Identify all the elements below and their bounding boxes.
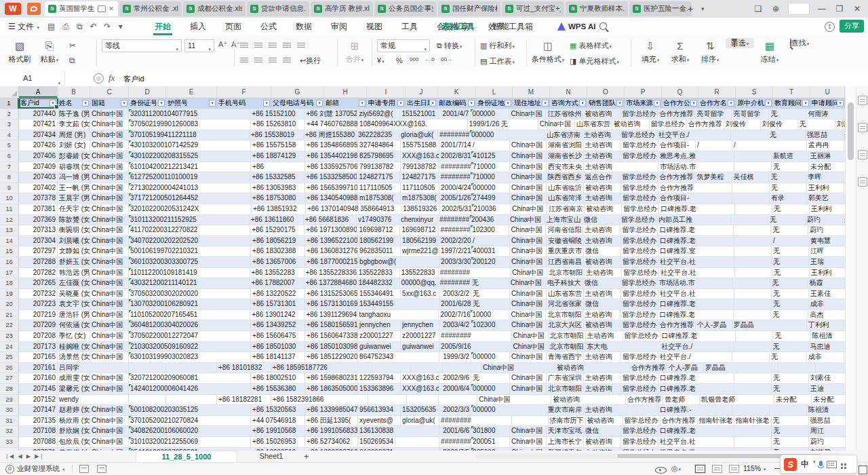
cell-G22[interactable]: +86 1580156591	[305, 320, 358, 330]
cell-style-button[interactable]: ◨ 单元格样式▾	[570, 56, 619, 66]
cell-G10[interactable]: +86 1340540988	[305, 193, 358, 204]
cell-B26[interactable]: 吕同学	[58, 363, 90, 373]
export-icon[interactable]: ⧉	[77, 22, 83, 31]
cell-N9[interactable]: 被动咨询	[584, 183, 621, 193]
cell-H16[interactable]: bgbgbow@(	[358, 257, 401, 267]
cell-L30[interactable]	[510, 405, 547, 415]
cell-L32[interactable]: China中国	[510, 426, 547, 436]
document-tab[interactable]: S贷款申请信息.xlsx	[247, 1, 309, 16]
cell-D18[interactable]: 430321200211140121	[129, 278, 199, 288]
cell-G23[interactable]: +86 1560647338	[305, 331, 358, 341]
font-name-combo[interactable]: 等线▾	[102, 39, 182, 52]
cell-B7[interactable]: 胡睿琪 (女	[58, 162, 90, 172]
row-header-18[interactable]: 18	[0, 278, 19, 288]
cell-A20[interactable]: 207223	[19, 299, 58, 309]
cell-F5[interactable]: +86 15575158	[251, 140, 305, 151]
cell-T25[interactable]: 成非	[807, 352, 844, 362]
cell-D30[interactable]: 500108200203035125	[129, 405, 200, 415]
document-tab[interactable]: S国任财产保险样本.x	[438, 1, 500, 16]
cell-B15[interactable]: 文静如 (女	[58, 246, 90, 256]
cell-B29[interactable]: wendy	[58, 395, 90, 405]
cell-D15[interactable]: 500106199702210321	[129, 246, 200, 256]
cell-E33[interactable]	[200, 437, 251, 447]
cell-L4[interactable]	[509, 130, 545, 140]
cell-R31[interactable]: 指南针张老	[734, 416, 772, 426]
cell-O20[interactable]: 留学总经办	[621, 299, 658, 309]
cell-B8[interactable]: 冯一博 (男	[58, 172, 90, 183]
cell-G3[interactable]: +44 7460762888	[305, 119, 358, 130]
cell-N2[interactable]: 被动咨询	[583, 109, 620, 119]
cell-I3[interactable]	[429, 119, 468, 130]
cell-M16[interactable]: 江西省南昌	[547, 257, 584, 267]
find-button[interactable]: 查找▾	[785, 38, 814, 48]
cell-E3[interactable]	[200, 119, 251, 130]
cell-S33[interactable]: 无	[772, 437, 809, 447]
cell-D9[interactable]: 271302200004241013	[129, 183, 200, 193]
cell-C31[interactable]: China中国	[90, 416, 129, 426]
cell-C15[interactable]: China中国	[90, 246, 129, 256]
cell-H24[interactable]: guiwanwei	[358, 342, 401, 352]
header-cell-G1[interactable]: 父母电话号码▾	[271, 98, 324, 109]
cell-Q13[interactable]	[697, 225, 734, 235]
cell-E28[interactable]	[200, 384, 251, 394]
cell-D20[interactable]: 130703200106280921	[129, 299, 200, 309]
cell-L31[interactable]	[512, 416, 549, 426]
filter-button[interactable]: ▾	[468, 100, 475, 107]
cell-T31[interactable]: 强思喆	[809, 416, 845, 426]
cell-D24[interactable]: 210303200509160922	[129, 342, 200, 352]
cell-R26[interactable]: 罗晶晶	[704, 363, 741, 373]
cell-L19[interactable]: China中国	[510, 289, 547, 299]
cell-R22[interactable]: 罗晶晶	[732, 320, 770, 330]
cell-G21[interactable]: +86 1391129694	[304, 310, 357, 320]
cell-I21[interactable]	[400, 310, 439, 320]
table-style-button[interactable]: ▦ 表格样式▾	[570, 41, 612, 51]
workspace-icon[interactable]	[79, 465, 89, 473]
column-header-Q[interactable]: Q	[662, 86, 698, 98]
fill-button[interactable]: ⇩ 填充▾	[636, 38, 665, 64]
menu-tab-插入[interactable]: 插入	[180, 18, 216, 35]
cell-F25[interactable]: +86 18141137	[251, 352, 305, 362]
row-header-31[interactable]: 31	[0, 416, 19, 426]
cell-A24[interactable]: 207173	[19, 342, 58, 352]
cell-E9[interactable]	[200, 183, 251, 193]
cell-T4[interactable]: 强思喆	[806, 130, 843, 140]
cell-H22[interactable]: jennychen	[358, 320, 401, 330]
cell-A14[interactable]: 207304	[19, 236, 58, 246]
cell-H10[interactable]: m1875308(	[358, 193, 401, 204]
cell-P31[interactable]: 合作方推荐	[660, 416, 698, 426]
cell-N23[interactable]: 主动咨询	[586, 331, 623, 341]
cell-G7[interactable]: +86 1335925706	[305, 162, 358, 172]
cell-Q24[interactable]	[698, 342, 734, 352]
header-cell-C1[interactable]: 国籍▾	[90, 98, 129, 109]
cell-F8[interactable]: +86 15332585	[250, 172, 304, 183]
cell-M27[interactable]: 广东省深圳	[547, 373, 584, 383]
cell-N14[interactable]: 主动咨询	[584, 236, 621, 246]
cell-A22[interactable]: 207209	[19, 320, 58, 330]
cell-R23[interactable]	[736, 331, 773, 341]
cell-K27[interactable]: 无	[471, 373, 510, 383]
cell-Q20[interactable]	[698, 299, 734, 309]
header-cell-T1[interactable]: 教育顾问▾	[773, 98, 810, 109]
cell-H33[interactable]: 150269534	[358, 437, 401, 447]
row-header-32[interactable]: 32	[0, 426, 19, 436]
cell-M31[interactable]: 济南市历下	[549, 416, 586, 426]
cell-J32[interactable]: 2001/6/6	[439, 426, 471, 436]
cell-E11[interactable]	[201, 204, 252, 214]
cell-C24[interactable]: China中国	[90, 342, 129, 352]
cell-P13[interactable]: 口碑推荐.老	[658, 225, 697, 235]
header-cell-B1[interactable]: 姓名▾	[58, 98, 90, 109]
cell-O15[interactable]: 留学总经办	[621, 246, 658, 256]
cell-F17[interactable]: +86 13552283	[250, 268, 304, 278]
cell-L11[interactable]: China中国	[511, 204, 547, 214]
filter-button[interactable]: ▾	[505, 100, 511, 107]
row-header-23[interactable]: 23	[0, 331, 19, 341]
cell-T22[interactable]: 丁利利	[807, 320, 844, 330]
cell-P27[interactable]: 口碑推荐.老	[658, 373, 698, 383]
cell-M8[interactable]: 陕西省西乡	[546, 172, 583, 183]
row-header-4[interactable]: 4	[0, 130, 19, 140]
cell-M24[interactable]: 北京市朝阳	[549, 342, 586, 352]
row-header-2[interactable]: 2	[0, 109, 19, 119]
number-format-combo[interactable]: 常规▾	[377, 39, 430, 52]
horizontal-align-icons[interactable]	[240, 58, 291, 64]
cell-F7[interactable]: +86	[251, 162, 305, 172]
